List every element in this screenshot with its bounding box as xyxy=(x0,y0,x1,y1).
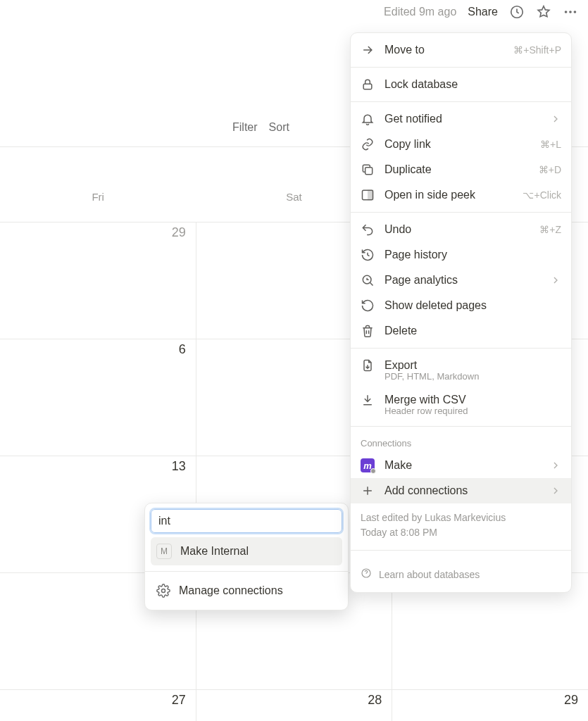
menu-undo[interactable]: Undo ⌘+Z xyxy=(351,217,571,242)
filter-button[interactable]: Filter xyxy=(232,121,258,134)
chevron-right-icon xyxy=(550,275,561,286)
calendar-cell[interactable]: 6 xyxy=(0,339,196,456)
make-app-icon: m xyxy=(361,458,375,472)
updates-icon[interactable] xyxy=(509,4,525,20)
arrow-right-icon xyxy=(361,43,375,57)
connection-result-item[interactable]: M Make Internal xyxy=(151,537,342,565)
restore-icon xyxy=(361,299,375,313)
svg-point-2 xyxy=(569,11,572,13)
page-options-menu: Move to ⌘+Shift+P Lock database Get noti… xyxy=(350,32,572,593)
duplicate-icon xyxy=(361,163,375,177)
menu-export-sub: PDF, HTML, Markdown xyxy=(351,371,571,387)
chevron-right-icon xyxy=(550,113,561,125)
edited-label: Edited 9m ago xyxy=(384,6,456,18)
favorite-icon[interactable] xyxy=(536,4,551,20)
menu-show-deleted[interactable]: Show deleted pages xyxy=(351,293,571,318)
more-icon[interactable] xyxy=(563,4,578,20)
link-icon xyxy=(361,137,375,151)
calendar-cell[interactable]: 28 xyxy=(196,690,393,721)
learn-about-databases[interactable]: Learn about databases xyxy=(351,555,571,588)
menu-move-to[interactable]: Move to ⌘+Shift+P xyxy=(351,37,571,63)
last-edited-note: Last edited by Lukas Markevicius Today a… xyxy=(351,503,571,540)
help-icon xyxy=(361,568,372,581)
menu-merge-sub: Header row required xyxy=(351,406,571,422)
svg-rect-5 xyxy=(363,84,372,89)
sort-button[interactable]: Sort xyxy=(269,121,289,134)
history-icon xyxy=(361,248,375,262)
svg-rect-6 xyxy=(365,168,373,175)
gear-icon xyxy=(156,584,170,598)
manage-connections-label: Manage connections xyxy=(179,584,283,597)
analytics-icon xyxy=(361,273,375,287)
menu-add-connections[interactable]: Add connections xyxy=(351,478,571,503)
menu-page-analytics[interactable]: Page analytics xyxy=(351,268,571,293)
calendar-cell[interactable]: 29 xyxy=(0,222,196,339)
svg-point-1 xyxy=(565,11,568,13)
chevron-right-icon xyxy=(550,485,561,496)
bell-icon xyxy=(361,112,375,126)
connection-result-label: Make Internal xyxy=(180,545,249,558)
export-icon xyxy=(361,358,375,372)
menu-side-peek[interactable]: Open in side peek ⌥+Click xyxy=(351,182,571,208)
trash-icon xyxy=(361,324,375,338)
download-icon xyxy=(361,393,375,407)
manage-connections-button[interactable]: Manage connections xyxy=(151,577,342,604)
lock-icon xyxy=(361,77,375,92)
connections-section-label: Connections xyxy=(351,431,571,453)
menu-connection-make[interactable]: m Make xyxy=(351,453,571,478)
day-header: Fri xyxy=(0,147,196,222)
connection-search-popover: M Make Internal Manage connections xyxy=(144,503,349,610)
side-peek-icon xyxy=(361,188,375,202)
calendar-cell[interactable]: 27 xyxy=(0,690,196,721)
menu-get-notified[interactable]: Get notified xyxy=(351,106,571,132)
svg-point-3 xyxy=(574,11,577,13)
menu-duplicate[interactable]: Duplicate ⌘+D xyxy=(351,157,571,182)
connection-app-icon: M xyxy=(156,544,172,559)
calendar-cell[interactable]: 29 xyxy=(392,690,588,721)
undo-icon xyxy=(361,222,375,237)
share-button[interactable]: Share xyxy=(468,6,498,18)
svg-point-4 xyxy=(162,589,165,593)
menu-page-history[interactable]: Page history xyxy=(351,242,571,268)
menu-delete[interactable]: Delete xyxy=(351,318,571,344)
connection-search-input[interactable] xyxy=(151,509,342,533)
chevron-right-icon xyxy=(550,460,561,471)
menu-copy-link[interactable]: Copy link ⌘+L xyxy=(351,132,571,157)
menu-lock-database[interactable]: Lock database xyxy=(351,72,571,97)
plus-icon xyxy=(361,484,375,498)
svg-rect-8 xyxy=(368,190,373,199)
